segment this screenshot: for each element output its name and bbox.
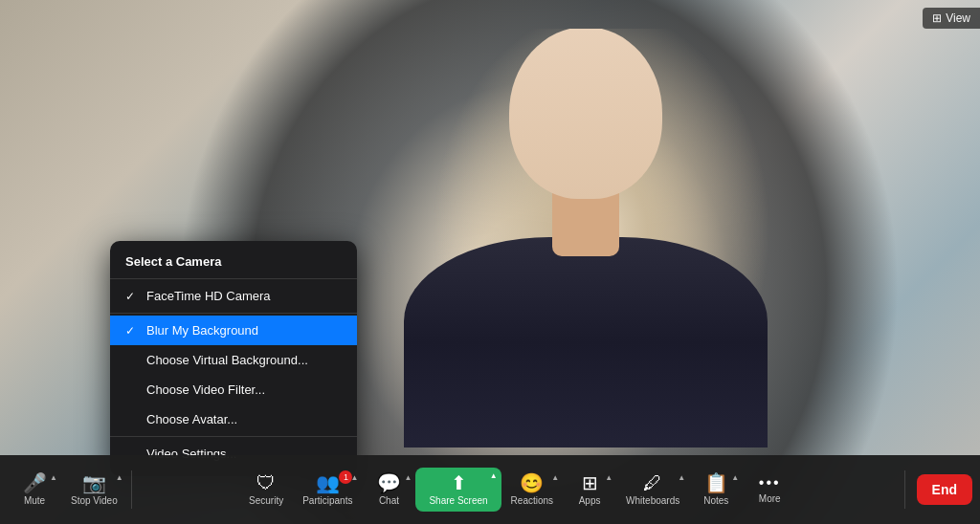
video-filter-label: Choose Video Filter... [146,382,265,397]
dropdown-title: Select a Camera [110,249,357,276]
toolbar-divider-left [131,470,132,509]
toolbar: 🎤 Mute ▲ 📷 Stop Video ▲ 🛡 Security 👥 Par… [0,455,980,524]
check-blur: ✓ [125,324,139,338]
camera-option-virtual-bg[interactable]: Choose Virtual Background... [110,345,357,375]
stop-video-icon: 📷 [82,473,106,492]
stop-video-caret[interactable]: ▲ [116,473,123,482]
apps-label: Apps [579,495,601,506]
toolbar-left: 🎤 Mute ▲ 📷 Stop Video ▲ [8,468,127,512]
check-facetime: ✓ [125,290,139,303]
share-screen-icon: ⬆ [451,473,467,492]
security-icon: 🛡 [256,473,276,492]
share-screen-button[interactable]: ⬆ Share Screen ▲ [415,468,501,512]
mute-button[interactable]: 🎤 Mute ▲ [8,468,61,512]
whiteboards-icon: 🖊 [643,473,662,492]
reactions-button[interactable]: 😊 Reactions ▲ [501,468,563,512]
chat-button[interactable]: 💬 Chat ▲ [362,468,415,512]
whiteboards-label: Whiteboards [626,495,679,506]
camera-dropdown-menu: Select a Camera ✓ FaceTime HD Camera ✓ B… [110,241,357,476]
dropdown-divider-2 [110,313,357,314]
stop-video-button[interactable]: 📷 Stop Video ▲ [61,468,127,512]
apps-button[interactable]: ⊞ Apps ▲ [563,468,616,512]
participants-caret[interactable]: ▲ [351,473,359,482]
camera-option-video-filter[interactable]: Choose Video Filter... [110,375,357,404]
chat-label: Chat [379,495,399,506]
toolbar-right: End [909,474,972,505]
notes-button[interactable]: 📋 Notes ▲ [689,468,743,512]
chat-icon: 💬 [377,473,401,492]
camera-option-facetime[interactable]: ✓ FaceTime HD Camera [110,281,357,311]
mute-label: Mute [24,495,45,506]
security-label: Security [249,495,283,506]
reactions-icon: 😊 [520,473,544,492]
apps-icon: ⊞ [582,473,598,492]
more-button[interactable]: ••• More [743,469,796,510]
camera-option-blur[interactable]: ✓ Blur My Background [110,316,357,345]
avatar-label: Choose Avatar... [146,412,237,426]
reactions-label: Reactions [511,495,553,506]
notes-label: Notes [703,495,728,506]
notes-icon: 📋 [704,473,728,492]
participants-label: Participants [302,495,352,506]
mute-icon: 🎤 [23,473,47,492]
more-icon: ••• [759,475,781,491]
virtual-bg-label: Choose Virtual Background... [146,353,308,367]
whiteboards-button[interactable]: 🖊 Whiteboards ▲ [616,468,689,512]
reactions-caret[interactable]: ▲ [551,473,559,482]
apps-caret[interactable]: ▲ [605,473,612,482]
participants-icon: 👥 [316,473,340,492]
view-button[interactable]: ⊞ View [923,8,980,29]
view-icon: ⊞ [932,11,942,25]
security-button[interactable]: 🛡 Security [239,468,293,512]
more-label: More [759,493,781,504]
notes-caret[interactable]: ▲ [731,473,739,482]
toolbar-divider-right [904,470,905,509]
chat-caret[interactable]: ▲ [405,473,412,482]
view-label: View [946,11,970,25]
stop-video-label: Stop Video [71,495,118,506]
mute-caret[interactable]: ▲ [50,473,57,482]
toolbar-center: 🛡 Security 👥 Participants 1 ▲ 💬 Chat ▲ ⬆… [136,468,901,512]
share-caret[interactable]: ▲ [490,471,498,480]
participants-button[interactable]: 👥 Participants 1 ▲ [293,468,362,512]
facetime-label: FaceTime HD Camera [146,289,271,303]
share-screen-label: Share Screen [429,495,487,506]
dropdown-divider-1 [110,278,357,279]
camera-option-avatar[interactable]: Choose Avatar... [110,404,357,434]
end-button[interactable]: End [917,474,972,505]
blur-label: Blur My Background [146,323,258,338]
whiteboards-caret[interactable]: ▲ [678,473,685,482]
dropdown-divider-3 [110,436,357,437]
